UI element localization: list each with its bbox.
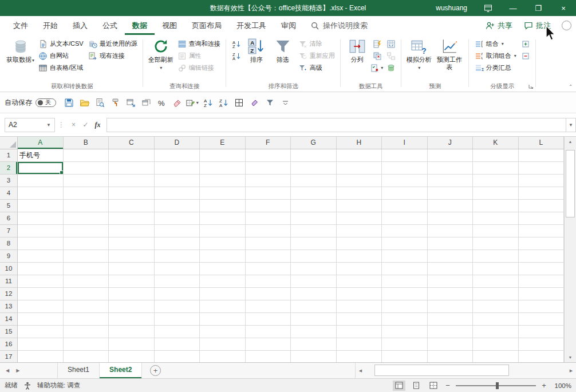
text-to-columns-button[interactable]: 分列	[344, 36, 370, 64]
cell-B3[interactable]	[64, 175, 109, 187]
refresh-all-button[interactable]: 全部刷新▾	[147, 36, 175, 72]
cell-B6[interactable]	[64, 212, 109, 225]
cell-F5[interactable]	[246, 200, 291, 212]
cell-A11[interactable]	[18, 275, 64, 288]
cell-H9[interactable]	[337, 250, 382, 263]
cell-I12[interactable]	[382, 288, 428, 300]
cell-F17[interactable]	[246, 351, 291, 362]
clear-formats-button[interactable]	[247, 95, 262, 110]
row-header-17[interactable]: 17	[0, 351, 18, 362]
cell-D4[interactable]	[155, 187, 200, 200]
cell-K5[interactable]	[473, 200, 519, 212]
cell-I17[interactable]	[382, 351, 428, 362]
cell-B15[interactable]	[64, 326, 109, 338]
remove-duplicates-button[interactable]	[370, 50, 384, 62]
cell-L8[interactable]	[519, 237, 565, 250]
cell-A9[interactable]	[18, 250, 64, 263]
cell-D8[interactable]	[155, 237, 200, 250]
cell-A2[interactable]	[18, 162, 64, 175]
autosave-toggle[interactable]: 自动保存 关	[5, 98, 56, 108]
cell-C10[interactable]	[109, 263, 155, 275]
sort-ascending-button[interactable]: AZ	[230, 38, 243, 50]
cell-K11[interactable]	[473, 275, 519, 288]
cell-C1[interactable]	[109, 149, 155, 162]
column-header-E[interactable]: E	[200, 137, 246, 149]
cell-B8[interactable]	[64, 237, 109, 250]
print-preview-button[interactable]	[93, 95, 107, 110]
user-name[interactable]: wushuang	[436, 4, 467, 12]
cell-J16[interactable]	[428, 338, 474, 351]
cell-B2[interactable]	[64, 162, 109, 175]
share-button[interactable]: 共享	[480, 18, 518, 33]
formula-input[interactable]	[106, 118, 566, 132]
horizontal-scroll-track[interactable]	[365, 363, 566, 378]
select-all-button[interactable]	[0, 137, 18, 149]
cell-B14[interactable]	[64, 313, 109, 326]
from-table-range-button[interactable]: 自表格/区域	[36, 62, 86, 74]
flash-fill-button[interactable]	[370, 38, 384, 50]
percent-style-button[interactable]: %	[155, 95, 169, 110]
cell-F6[interactable]	[246, 212, 291, 225]
comments-button[interactable]: 批注	[519, 18, 556, 33]
what-if-analysis-button[interactable]: ? 模拟分析▾	[405, 36, 433, 72]
cell-K14[interactable]	[473, 313, 519, 326]
cell-E2[interactable]	[200, 162, 246, 175]
column-header-A[interactable]: A	[18, 137, 64, 149]
consolidate-button[interactable]	[384, 38, 398, 50]
scroll-right-icon[interactable]: ▶	[566, 369, 576, 373]
get-data-button[interactable]: 获取数据▾	[5, 36, 36, 64]
cell-D12[interactable]	[155, 288, 200, 300]
tab-数据[interactable]: 数据	[125, 16, 155, 35]
horizontal-scrollbar[interactable]: ◀ ▶	[355, 363, 576, 378]
cell-G1[interactable]	[291, 149, 337, 162]
column-header-G[interactable]: G	[291, 137, 337, 149]
cell-F9[interactable]	[246, 250, 291, 263]
cell-C15[interactable]	[109, 326, 155, 338]
cell-C12[interactable]	[109, 288, 155, 300]
zoom-out-icon[interactable]: −	[444, 381, 451, 390]
cell-H11[interactable]	[337, 275, 382, 288]
column-header-C[interactable]: C	[109, 137, 155, 149]
cell-B13[interactable]	[64, 300, 109, 313]
cell-B7[interactable]	[64, 225, 109, 237]
tab-开始[interactable]: 开始	[35, 16, 65, 35]
cell-B1[interactable]	[64, 149, 109, 162]
column-header-J[interactable]: J	[428, 137, 474, 149]
cell-L2[interactable]	[519, 162, 565, 175]
open-button[interactable]	[77, 95, 92, 110]
cell-G10[interactable]	[291, 263, 337, 275]
cell-C9[interactable]	[109, 250, 155, 263]
sheet-tab-Sheet1[interactable]: Sheet1	[57, 363, 100, 378]
properties-button[interactable]: 属性	[175, 50, 223, 62]
row-header-1[interactable]: 1	[0, 149, 18, 162]
qat-sort-desc-button[interactable]: ZA	[216, 95, 231, 110]
row-header-12[interactable]: 12	[0, 288, 18, 300]
tab-开发工具[interactable]: 开发工具	[229, 16, 274, 35]
cell-F3[interactable]	[246, 175, 291, 187]
sort-descending-button[interactable]: ZA	[230, 50, 243, 62]
cell-B16[interactable]	[64, 338, 109, 351]
cell-H16[interactable]	[337, 338, 382, 351]
cell-L10[interactable]	[519, 263, 565, 275]
cell-G9[interactable]	[291, 250, 337, 263]
cell-F4[interactable]	[246, 187, 291, 200]
cell-G16[interactable]	[291, 338, 337, 351]
cell-E11[interactable]	[200, 275, 246, 288]
row-header-2[interactable]: 2	[0, 162, 18, 175]
cell-I14[interactable]	[382, 313, 428, 326]
column-header-B[interactable]: B	[64, 137, 109, 149]
hide-detail-button[interactable]	[519, 50, 532, 62]
cell-L7[interactable]	[519, 225, 565, 237]
column-header-K[interactable]: K	[473, 137, 519, 149]
cell-D15[interactable]	[155, 326, 200, 338]
cell-D7[interactable]	[155, 225, 200, 237]
cell-L13[interactable]	[519, 300, 565, 313]
cell-B4[interactable]	[64, 187, 109, 200]
cell-A4[interactable]	[18, 187, 64, 200]
cell-J5[interactable]	[428, 200, 474, 212]
cell-J15[interactable]	[428, 326, 474, 338]
formula-bar-handle[interactable]: ⋮	[58, 121, 65, 129]
cell-H2[interactable]	[337, 162, 382, 175]
cell-J3[interactable]	[428, 175, 474, 187]
cell-E4[interactable]	[200, 187, 246, 200]
